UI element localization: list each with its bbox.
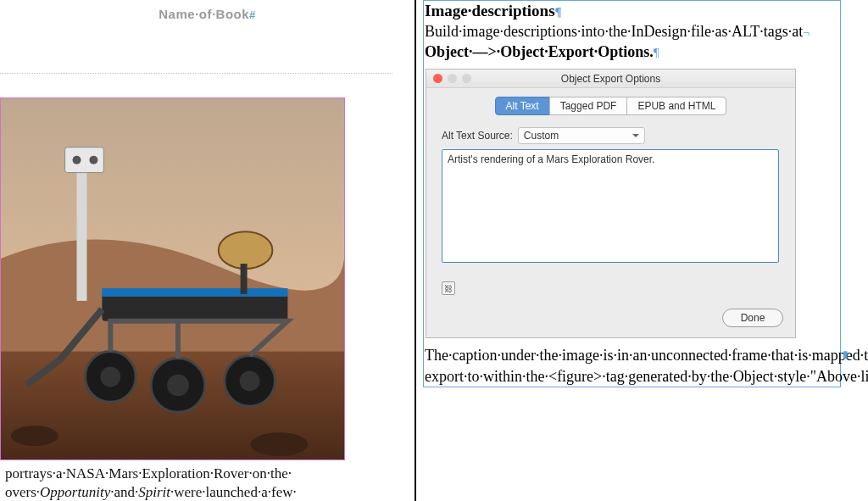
header-rule bbox=[0, 73, 392, 74]
alt-text-source-label: Alt Text Source: bbox=[442, 130, 513, 142]
pilcrow-icon: ¶ bbox=[654, 46, 659, 59]
svg-point-13 bbox=[100, 367, 120, 387]
alt-text-source-select[interactable]: Custom bbox=[518, 127, 645, 144]
body-line-2-bold: Object·Export·Options. bbox=[500, 43, 654, 60]
mars-rover-image bbox=[1, 98, 344, 459]
caption-em-spirit: Spirit bbox=[138, 484, 170, 500]
caption-em-opportunity: Opportunity bbox=[40, 484, 110, 500]
dialog-tabs: Alt Text Tagged PDF EPUB and HTML bbox=[426, 97, 795, 115]
caption-explanation-text: The·caption·under·the·image·is·in·an·unc… bbox=[425, 347, 868, 384]
chain-link-icon[interactable]: ⛓ bbox=[442, 281, 455, 295]
caption-line-1: portrays·a·NASA·Mars·Exploration·Rover·o… bbox=[5, 465, 292, 482]
right-page: Image·descriptions¶ Build·image·descript… bbox=[422, 0, 868, 501]
caption-line-2b: ·and· bbox=[110, 484, 138, 500]
hidden-char-marker: # bbox=[249, 8, 256, 21]
svg-point-8 bbox=[219, 231, 273, 269]
caption-frame[interactable]: portrays·a·NASA·Mars·Exploration·Rover·o… bbox=[0, 465, 352, 501]
close-icon[interactable] bbox=[433, 74, 442, 83]
done-button[interactable]: Done bbox=[722, 309, 783, 327]
select-value: Custom bbox=[524, 130, 559, 142]
book-name-text: Name·of·Book bbox=[159, 7, 249, 21]
section-heading: Image·descriptions¶ bbox=[425, 1, 839, 21]
svg-rect-2 bbox=[102, 292, 287, 321]
svg-point-16 bbox=[11, 426, 58, 446]
svg-point-15 bbox=[240, 370, 260, 391]
svg-rect-9 bbox=[241, 264, 248, 294]
pilcrow-icon: ¶ bbox=[555, 5, 562, 19]
soft-return-icon: ¬ bbox=[803, 26, 810, 39]
page-header: Name·of·Book# bbox=[0, 7, 415, 21]
right-text-frame[interactable]: Image·descriptions¶ Build·image·descript… bbox=[423, 0, 841, 387]
svg-point-6 bbox=[73, 156, 81, 164]
body-line-2-pre: Object·—>· bbox=[425, 43, 500, 60]
left-page: Name·of·Book# bbox=[0, 0, 416, 501]
caption-explanation: The·caption·under·the·image·is·in·an·unc… bbox=[425, 345, 839, 387]
image-frame[interactable] bbox=[0, 97, 345, 460]
body-line-1: Build·image·descriptions·into·the·InDesi… bbox=[425, 23, 803, 40]
svg-rect-5 bbox=[65, 148, 104, 173]
svg-point-17 bbox=[251, 432, 309, 456]
chevron-down-icon bbox=[632, 134, 639, 137]
caption-line-2a: overs· bbox=[5, 484, 40, 500]
alt-text-textarea[interactable]: Artist's rendering of a Mars Exploration… bbox=[442, 149, 779, 263]
dialog-titlebar[interactable]: Object Export Options bbox=[426, 70, 795, 88]
heading-text: Image·descriptions bbox=[425, 2, 555, 19]
svg-point-14 bbox=[167, 374, 189, 396]
tab-tagged-pdf[interactable]: Tagged PDF bbox=[549, 97, 628, 115]
svg-point-7 bbox=[89, 156, 97, 164]
tab-epub-html[interactable]: EPUB and HTML bbox=[626, 97, 726, 115]
caption-line-2c: ·were·launched·a·few· bbox=[170, 484, 297, 500]
object-export-options-dialog: Object Export Options Alt Text Tagged PD… bbox=[426, 69, 796, 338]
minimize-icon bbox=[448, 74, 457, 83]
svg-rect-3 bbox=[102, 288, 287, 297]
svg-rect-4 bbox=[77, 166, 87, 301]
window-controls bbox=[433, 74, 471, 83]
tab-alt-text[interactable]: Alt Text bbox=[495, 97, 550, 115]
dialog-title: Object Export Options bbox=[561, 73, 660, 85]
alt-text-source-row: Alt Text Source: Custom bbox=[442, 127, 795, 144]
intro-body: Build·image·descriptions·into·the·InDesi… bbox=[425, 21, 839, 63]
anchor-marker-icon: ▮ bbox=[843, 348, 849, 361]
zoom-icon bbox=[462, 74, 471, 83]
